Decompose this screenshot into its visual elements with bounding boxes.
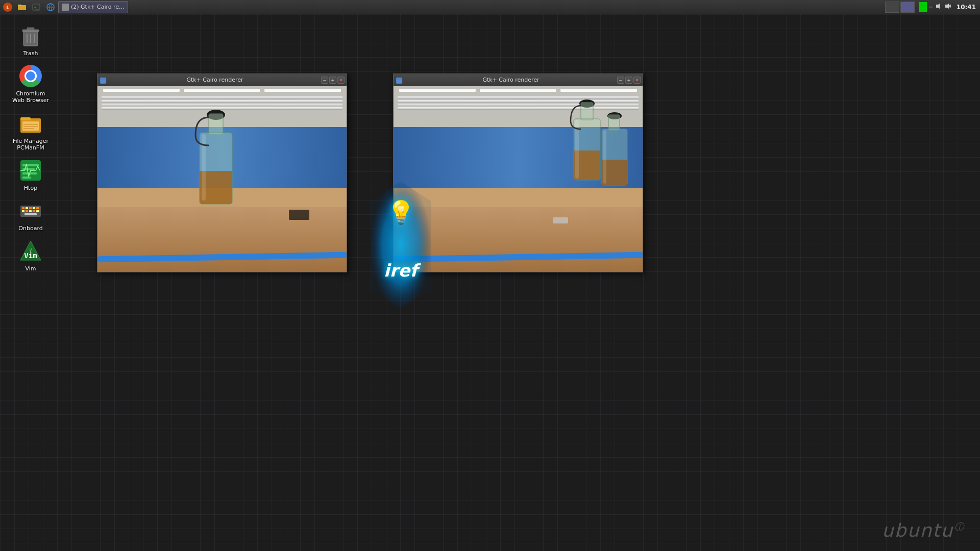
gtk-minimize-right[interactable]: −: [617, 77, 624, 84]
bluetooth-icon[interactable]: ⋅⋅: [929, 4, 933, 11]
svg-text:V: V: [30, 248, 32, 253]
svg-rect-30: [29, 207, 32, 209]
trash-icon: [18, 23, 43, 48]
svg-marker-8: [936, 4, 940, 9]
svg-rect-3: [18, 5, 21, 6]
filemanager-label: File ManagerPCManFM: [13, 138, 48, 151]
svg-rect-31: [33, 207, 35, 209]
svg-rect-17: [20, 117, 31, 120]
table-right: [394, 207, 643, 272]
svg-rect-37: [36, 210, 39, 212]
taskbar-file-manager-button[interactable]: [15, 1, 29, 13]
filemanager-icon: [18, 111, 43, 136]
terminal-icon: >_: [32, 3, 40, 11]
device-right: [553, 217, 568, 223]
onboard-icon: [18, 198, 43, 223]
gtk-close-right[interactable]: ✕: [633, 77, 641, 84]
bottle-svg-right-2: [592, 109, 638, 201]
camera-scene-left: [97, 86, 347, 272]
desktop-icon-onboard[interactable]: Onboard: [3, 195, 59, 235]
gtk-close-left[interactable]: ✕: [337, 77, 345, 84]
svg-rect-29: [26, 207, 28, 209]
svg-text:>_: >_: [34, 6, 38, 10]
bottle-svg-left: [185, 105, 247, 222]
taskbar-window-button[interactable]: (2) Gtk+ Cairo re...: [58, 1, 128, 13]
svg-rect-33: [22, 210, 24, 212]
gtk-window-icon-right: [396, 77, 403, 84]
network-status-bar: [919, 2, 927, 12]
gtk-window-title-left: Gtk+ Cairo renderer: [109, 77, 321, 83]
audio-down-icon[interactable]: [935, 3, 942, 11]
system-clock[interactable]: 10:41: [953, 4, 976, 11]
taskbar-window-label: (2) Gtk+ Cairo re...: [71, 4, 125, 10]
device-left: [289, 210, 309, 220]
htop-label: Htop: [24, 185, 37, 191]
svg-rect-28: [22, 207, 24, 209]
svg-rect-26: [22, 177, 31, 179]
cable-left: [97, 252, 347, 263]
vim-icon: Vim V: [18, 239, 43, 263]
svg-rect-23: [22, 164, 39, 166]
taskbar-browser-button[interactable]: [44, 1, 57, 13]
gtk-controls-left: − + ✕: [321, 77, 345, 84]
svg-rect-45: [209, 114, 223, 134]
gtk-maximize-left[interactable]: +: [329, 77, 336, 84]
gtk-window-title-right: Gtk+ Cairo renderer: [405, 77, 617, 83]
workspace-2-button[interactable]: [900, 2, 915, 13]
ubuntu-brand: ubuntuⓘ: [882, 520, 965, 541]
volume-icon[interactable]: [944, 3, 951, 11]
gtk-minimize-left[interactable]: −: [321, 77, 328, 84]
cable-right: [394, 252, 643, 263]
gtk-controls-right: − + ✕: [617, 77, 641, 84]
gtk-window-right: Gtk+ Cairo renderer − + ✕: [393, 73, 643, 272]
gtk-content-right: [394, 86, 643, 272]
svg-marker-9: [945, 4, 949, 9]
window-thumbnail-icon: [62, 4, 69, 11]
svg-rect-18: [22, 121, 39, 131]
desktop-icon-vim[interactable]: Vim V Vim: [3, 236, 59, 275]
chromium-icon: [18, 64, 43, 88]
workspace-switcher: [885, 2, 915, 13]
svg-rect-60: [608, 115, 620, 130]
gtk-titlebar-left: Gtk+ Cairo renderer − + ✕: [97, 74, 347, 86]
htop-icon: [18, 158, 43, 183]
svg-rect-64: [603, 130, 606, 184]
folder-icon: [18, 3, 26, 11]
workspace-1-button[interactable]: [885, 2, 899, 13]
desktop-icon-filemanager[interactable]: File ManagerPCManFM: [3, 108, 59, 154]
svg-rect-42: [100, 78, 106, 84]
trash-label: Trash: [23, 50, 38, 57]
desktop-icon-area: Trash ChromiumWeb Browser File ManagerPC…: [0, 15, 61, 277]
chromium-label: ChromiumWeb Browser: [12, 90, 49, 104]
browser-icon: [46, 3, 55, 11]
ubuntu-circle-icon: ⓘ: [954, 521, 965, 532]
ubuntu-text: ubuntu: [882, 520, 953, 541]
svg-rect-12: [27, 28, 34, 30]
desktop-icon-htop[interactable]: Htop: [3, 155, 59, 194]
svg-rect-36: [33, 210, 35, 212]
svg-rect-32: [36, 207, 39, 209]
gtk-window-icon-left: [100, 77, 107, 84]
taskbar: L >_ (2: [0, 0, 980, 14]
lxde-menu-button[interactable]: L: [1, 1, 14, 13]
onboard-label: Onboard: [18, 225, 42, 232]
taskbar-terminal-button[interactable]: >_: [30, 1, 43, 13]
svg-rect-35: [29, 210, 32, 212]
svg-text:L: L: [6, 5, 9, 10]
gtk-maximize-right[interactable]: +: [625, 77, 632, 84]
desktop-icon-trash[interactable]: Trash: [3, 20, 59, 60]
gtk-titlebar-right: Gtk+ Cairo renderer − + ✕: [394, 74, 643, 86]
taskbar-left: L >_ (2: [0, 1, 128, 13]
camera-scene-right: [394, 86, 643, 272]
svg-rect-51: [396, 78, 402, 84]
vim-label: Vim: [25, 265, 36, 272]
desktop-icon-chromium[interactable]: ChromiumWeb Browser: [3, 61, 59, 107]
gtk-content-left: [97, 86, 347, 272]
gtk-window-left: Gtk+ Cairo renderer − + ✕: [97, 73, 347, 272]
taskbar-right: ⋅⋅ 10:41: [885, 2, 980, 13]
svg-rect-34: [26, 210, 28, 212]
svg-rect-38: [24, 213, 37, 215]
lxde-logo-icon: L: [3, 2, 13, 12]
